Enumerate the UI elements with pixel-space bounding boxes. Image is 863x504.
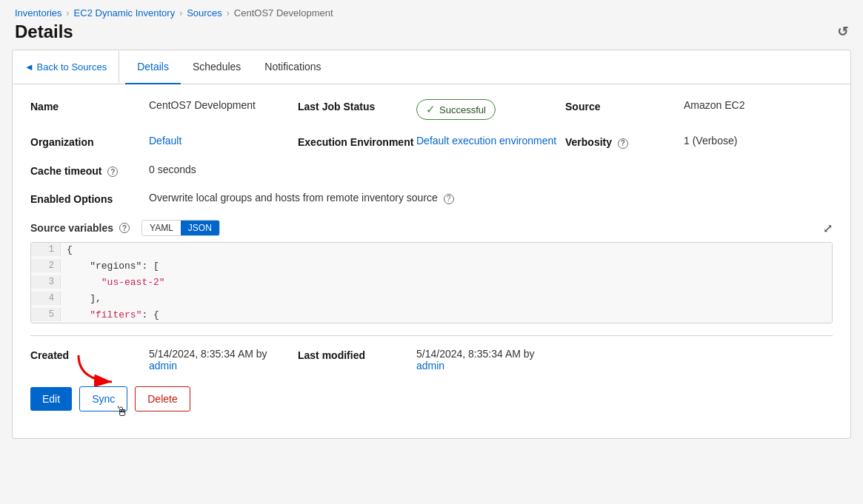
code-editor[interactable]: 1 { 2 "regions": [ 3 "us-east-2" 4 ] — [30, 242, 833, 323]
name-label: Name — [30, 99, 149, 112]
name-cell: Name CentOS7 Development — [30, 99, 298, 112]
check-icon: ✓ — [426, 103, 436, 116]
cache-label: Cache timeout ? — [30, 164, 149, 178]
org-label: Organization — [30, 135, 149, 148]
org-value: Default — [149, 135, 298, 147]
enabled-options-label: Enabled Options — [30, 192, 149, 205]
exec-env-link[interactable]: Default execution environment — [416, 135, 556, 147]
verbosity-cell: Verbosity ? 1 (Verbose) — [565, 135, 833, 149]
source-label: Source — [565, 99, 684, 112]
enabled-options-cell: Enabled Options Overwrite local groups a… — [30, 192, 833, 205]
detail-row-4: Enabled Options Overwrite local groups a… — [30, 192, 833, 205]
page-wrapper: Inventories › EC2 Dynamic Inventory › So… — [0, 0, 863, 504]
source-value: Amazon EC2 — [684, 99, 833, 111]
code-line-5: 5 "filters": { — [31, 308, 832, 323]
action-row: Edit Sync Delete 🖱 — [30, 386, 833, 423]
detail-row-3: Cache timeout ? 0 seconds — [30, 164, 833, 178]
bottom-metadata-row: Created 5/14/2024, 8:35:34 AM by admin L… — [30, 335, 833, 372]
line-content-5: "filters": { — [61, 308, 165, 322]
line-num-5: 5 — [31, 308, 61, 321]
modified-label: Last modified — [298, 348, 416, 361]
page-title: Details — [15, 21, 73, 42]
tab-details[interactable]: Details — [125, 50, 181, 84]
breadcrumb-sep-2: › — [179, 8, 182, 19]
toggle-json-btn[interactable]: JSON — [181, 221, 219, 235]
line-content-3: "us-east-2" — [61, 275, 171, 289]
last-job-value: ✓ Successful — [416, 99, 565, 120]
name-value: CentOS7 Development — [149, 99, 298, 111]
code-line-2: 2 "regions": [ — [31, 259, 832, 275]
line-num-1: 1 — [31, 243, 61, 256]
breadcrumb-sep-3: › — [227, 8, 230, 19]
detail-content: Name CentOS7 Development Last Job Status… — [13, 84, 850, 438]
expand-icon[interactable]: ⤢ — [823, 221, 833, 235]
modified-value: 5/14/2024, 8:35:34 AM by admin — [416, 348, 565, 372]
tab-notifications[interactable]: Notifications — [253, 50, 333, 84]
source-vars-help-icon[interactable]: ? — [119, 223, 130, 233]
detail-row-2: Organization Default Execution Environme… — [30, 135, 833, 149]
created-value: 5/14/2024, 8:35:34 AM by admin — [149, 348, 298, 372]
created-by-link[interactable]: admin — [149, 360, 177, 372]
exec-env-cell: Execution Environment Default execution … — [298, 135, 565, 148]
toggle-yaml-btn[interactable]: YAML — [142, 221, 181, 235]
breadcrumb-inventories[interactable]: Inventories — [15, 7, 62, 19]
line-num-3: 3 — [31, 275, 61, 289]
source-vars-label: Source variables ? YAML JSON — [30, 220, 220, 236]
sync-button[interactable]: Sync — [79, 386, 127, 411]
modified-cell: Last modified 5/14/2024, 8:35:34 AM by a… — [298, 348, 565, 372]
exec-env-value: Default execution environment — [416, 135, 565, 147]
top-bar: Inventories › EC2 Dynamic Inventory › So… — [0, 0, 863, 42]
cache-value: 0 seconds — [149, 164, 282, 175]
status-badge: ✓ Successful — [416, 99, 496, 120]
created-label: Created — [30, 348, 149, 361]
last-job-label: Last Job Status — [298, 99, 416, 112]
cache-help-icon[interactable]: ? — [107, 167, 118, 177]
enabled-options-value: Overwrite local groups and hosts from re… — [149, 192, 833, 204]
source-cell: Source Amazon EC2 — [565, 99, 833, 112]
enabled-options-help-icon[interactable]: ? — [444, 194, 454, 204]
verbosity-label: Verbosity ? — [565, 135, 684, 149]
code-line-4: 4 ], — [31, 292, 832, 308]
page-title-row: Details ↺ — [15, 21, 848, 42]
created-cell: Created 5/14/2024, 8:35:34 AM by admin — [30, 348, 298, 372]
detail-row-1: Name CentOS7 Development Last Job Status… — [30, 99, 833, 120]
tabs-bar: ◄ Back to Sources Details Schedules Noti… — [13, 50, 850, 84]
breadcrumb-sources[interactable]: Sources — [187, 7, 222, 19]
edit-button[interactable]: Edit — [30, 387, 72, 411]
breadcrumb-sep-1: › — [67, 8, 70, 19]
status-text: Successful — [439, 104, 486, 115]
line-content-2: "regions": [ — [61, 259, 165, 273]
exec-env-label: Execution Environment — [298, 135, 416, 148]
source-vars-header: Source variables ? YAML JSON ⤢ — [30, 220, 833, 236]
breadcrumb-ec2[interactable]: EC2 Dynamic Inventory — [74, 7, 176, 19]
line-content-1: { — [61, 243, 79, 257]
code-line-1: 1 { — [31, 243, 832, 259]
breadcrumb-current: CentOS7 Development — [234, 7, 333, 19]
cache-cell: Cache timeout ? 0 seconds — [30, 164, 282, 178]
org-link[interactable]: Default — [149, 135, 181, 147]
source-vars-row: Source variables ? YAML JSON ⤢ 1 { — [30, 220, 833, 323]
tab-schedules[interactable]: Schedules — [181, 50, 253, 84]
verbosity-value: 1 (Verbose) — [684, 135, 833, 147]
line-num-2: 2 — [31, 259, 61, 272]
main-card: ◄ Back to Sources Details Schedules Noti… — [12, 50, 851, 439]
modified-by-link[interactable]: admin — [416, 360, 444, 372]
org-cell: Organization Default — [30, 135, 298, 148]
last-job-cell: Last Job Status ✓ Successful — [298, 99, 565, 120]
back-to-sources-link[interactable]: ◄ Back to Sources — [24, 51, 119, 83]
history-icon[interactable]: ↺ — [837, 24, 848, 40]
verbosity-help-icon[interactable]: ? — [618, 138, 628, 149]
line-content-4: ], — [61, 292, 107, 306]
line-num-4: 4 — [31, 292, 61, 305]
breadcrumb: Inventories › EC2 Dynamic Inventory › So… — [15, 7, 848, 19]
delete-button[interactable]: Delete — [135, 386, 190, 411]
code-line-3: 3 "us-east-2" — [31, 275, 832, 292]
format-toggle-group: YAML JSON — [141, 220, 220, 236]
